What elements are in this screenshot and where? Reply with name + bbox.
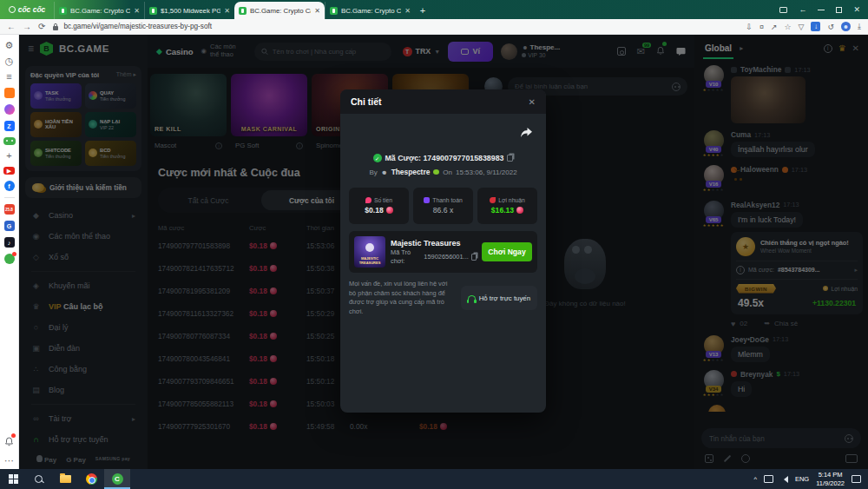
browser-tab-1[interactable]: BC.Game: Crypto Casino Gan✕ [54,2,144,19]
bet-id-label: Mã Cược: [385,154,421,162]
start-button[interactable] [0,469,26,489]
tab-close-icon[interactable]: ✕ [404,7,411,15]
file-explorer-button[interactable] [52,469,78,489]
browser-tab-2[interactable]: $1,500 Midweek PGSoft Mult✕ [144,2,234,19]
bet-details-modal: Chi tiết ✕ ✓ Mã Cược: 174900797701583898… [340,89,546,413]
translate-icon[interactable]: ¤ [760,23,764,31]
tab-close-icon[interactable]: ✕ [224,7,230,15]
chrome-button[interactable] [78,469,104,489]
system-tray: ^ ENG 5:14 PM11/9/2022 [753,471,868,487]
downloads-tray-icon[interactable]: ⤓ [858,22,861,31]
more-icon[interactable]: ⋯ [4,456,14,466]
money-icon [365,197,372,203]
live-support-button[interactable]: Hỗ trợ trực tuyến [461,286,537,310]
play-now-button[interactable]: Chơi Ngay [482,242,532,261]
support-note: Mọi vấn đề, xin vui lòng liên hệ với bộ … [349,280,456,317]
browser-tab-4[interactable]: BC.Game: Crypto Casino Gai✕ [325,2,415,19]
settings-gear-icon[interactable]: ⚙ [5,41,14,50]
language-indicator[interactable]: ENG [795,475,809,483]
history-icon[interactable]: ◷ [5,56,14,66]
windows-taskbar: C ^ ENG 5:14 PM11/9/2022 [0,469,868,489]
browser-side-rail: ⚙ ◷ ≡ Z + ▶ f 25.8 G ♪ ⋯ [0,35,19,469]
facebook-icon[interactable]: f [4,181,15,191]
stat-payout: Thanh toán 86.6 x [413,188,473,224]
bookmark-star-icon[interactable]: ☆ [784,23,791,31]
address-bar[interactable]: bc.game/vi/game/majestic-treasures-by-pg… [52,23,739,31]
arrow-icon[interactable]: ← [799,5,806,14]
reload-button[interactable]: ⟳ [38,22,45,31]
hot-deals-icon[interactable] [4,88,15,98]
headphones-icon [468,295,476,301]
coccoc-logo[interactable]: cốc cốc [0,0,54,19]
download-button[interactable]: ↓ [811,22,820,31]
coccoc-brand-text: cốc cốc [18,5,46,14]
youtube-icon[interactable]: ▶ [3,167,15,175]
window-controls: ← ✕ [779,0,868,19]
shopping-icon[interactable]: 25.8 [4,204,15,215]
forward-button[interactable]: → [23,22,31,31]
network-icon[interactable] [764,475,773,483]
tab-close-icon[interactable]: ✕ [134,7,140,15]
bcgame-favicon [239,7,247,15]
sync-icon[interactable]: ↺ [827,23,834,31]
stat-profit: Lợi nhuận $16.13 [477,188,537,224]
bell-icon [4,437,14,446]
tab-close-icon[interactable]: ✕ [314,7,320,15]
notification-dot [12,252,16,256]
share-bet-icon[interactable] [520,128,532,138]
player-icon: ☻ [381,169,388,176]
bcgame-favicon [59,7,67,15]
save-page-icon[interactable]: ⇩ [746,23,753,31]
reading-list-icon[interactable]: ≡ [6,72,11,82]
bcgame-favicon [149,7,157,15]
volume-icon[interactable] [780,476,788,483]
taskbar-search-button[interactable] [26,469,52,489]
game-portal-icon[interactable]: G [4,221,15,231]
url-text: bc.game/vi/game/majestic-treasures-by-pg… [63,23,212,30]
adblock-shield-icon[interactable]: ▽ [799,23,805,31]
modal-close-icon[interactable]: ✕ [529,97,536,107]
game-thumbnail[interactable]: MAJESTIC TREASURES [354,236,385,268]
gem-icon [386,207,393,214]
messenger-icon[interactable] [4,104,15,115]
copy-icon[interactable] [507,155,513,162]
bet-id-value: 1749007977015838983 [423,154,503,162]
gem-icon [516,207,523,214]
share-icon[interactable]: ↗ [771,23,778,31]
notifications-bell[interactable] [4,434,14,450]
game-name: Majestic Treasures [391,239,477,249]
game-id: 15902656001... [424,253,468,261]
frog-emoji-icon [433,169,439,175]
stat-amount: Số tiền $0.18 [349,188,409,224]
hidden-icons-chevron[interactable]: ^ [753,475,757,483]
taskbar-clock[interactable]: 5:14 PM11/9/2022 [816,471,845,487]
add-shortcut-button[interactable]: + [6,151,11,161]
tiktok-icon[interactable]: ♪ [4,237,15,248]
player-name[interactable]: Thespectre [391,168,431,176]
bcgame-page: ≡ B BC.GAME Đặc quyền VIP của tôi Thêm ▸… [19,35,868,469]
bcgame-favicon [330,7,338,15]
bet-datetime: 15:53:06, 9/11/2022 [456,169,517,176]
close-button[interactable]: ✕ [853,5,860,14]
zalo-icon[interactable]: Z [4,121,15,131]
coccoc-news-icon[interactable] [4,254,15,264]
browser-tabbar: cốc cốc BC.Game: Crypto Casino Gan✕ $1,5… [0,0,868,19]
games-icon[interactable] [3,137,16,145]
maximize-button[interactable] [836,7,842,13]
profit-icon [490,197,496,203]
back-button[interactable]: ← [7,22,16,31]
profile-avatar[interactable]: ☻ [841,22,851,31]
browser-tab-3-active[interactable]: BC.Game: Crypto Casino Gan✕ [234,2,325,19]
wallet-icon [424,197,430,203]
modal-title: Chi tiết [351,96,382,107]
coccoc-cup-icon [9,6,16,13]
action-center-icon[interactable] [852,475,861,483]
coccoc-button[interactable]: C [104,469,130,489]
new-tab-button[interactable]: + [415,2,431,19]
divider [4,197,15,198]
copy-icon[interactable] [471,254,477,261]
verified-shield-icon: ✓ [373,154,382,162]
toolbar-icons: ⇩ ¤ ↗ ☆ ▽ ↓ ↺ ☻ ⤓ [746,22,861,31]
minimize-button[interactable] [818,10,825,10]
reading-mode-icon[interactable] [779,7,787,13]
